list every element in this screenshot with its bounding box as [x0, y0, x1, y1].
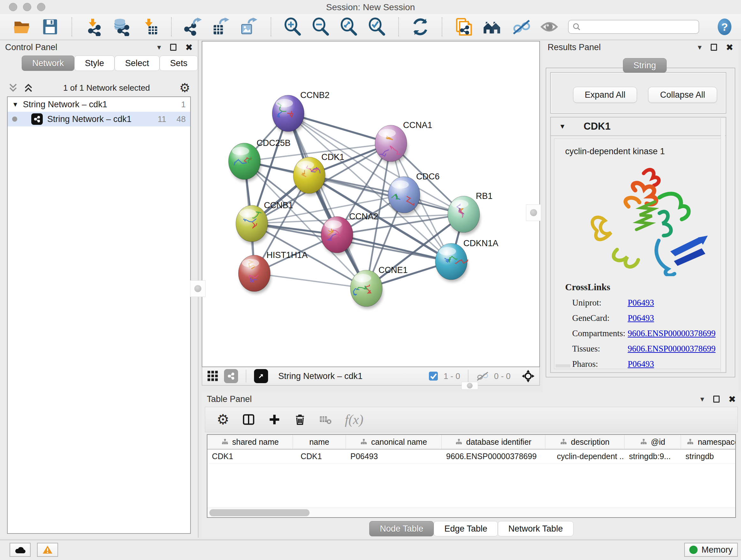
table-cell[interactable]: 9606.ENSP00000378699 [442, 449, 545, 463]
collapse-all-chevrons-icon[interactable] [23, 82, 34, 93]
table-cell[interactable]: stringdb:9... [624, 449, 681, 463]
panel-menu-icon[interactable]: ▾ [157, 43, 161, 52]
network-edge[interactable] [254, 273, 366, 288]
panel-menu-icon[interactable]: ▾ [697, 43, 701, 52]
tab-edge-table[interactable]: Edge Table [434, 521, 498, 537]
table-cell[interactable]: CDK1 [207, 449, 293, 463]
string-document-icon[interactable] [455, 17, 473, 37]
network-node-CCNA1[interactable]: CCNA1 [375, 120, 432, 164]
table-cell[interactable]: CDK1 [293, 449, 346, 463]
tree-caret-icon[interactable]: ▼ [12, 101, 18, 108]
splitter-handle-left[interactable] [190, 280, 205, 297]
table-hscroll-track[interactable] [207, 508, 735, 517]
refresh-layout-icon[interactable] [411, 17, 429, 37]
search-box[interactable] [568, 20, 699, 34]
table-cell[interactable]: cyclin-dependent ... [545, 449, 624, 463]
tab-select[interactable]: Select [115, 56, 159, 71]
open-in-new-window-icon[interactable] [254, 369, 268, 383]
table-cell[interactable]: P06493 [346, 449, 442, 463]
help-icon[interactable]: ? [718, 18, 731, 35]
column-header[interactable]: namespace [681, 435, 736, 449]
panel-float-icon[interactable] [711, 44, 717, 51]
network-graph[interactable]: CCNB2CCNA1CDC25BCDK1CDC6RB1CCNB1CCNA2CDK… [202, 42, 539, 367]
tab-string[interactable]: String [623, 58, 667, 73]
crosslink-link[interactable]: 9606.ENSP00000378699 [628, 344, 716, 354]
network-row[interactable]: String Network – cdk1 11 48 [8, 112, 190, 126]
network-canvas[interactable]: CCNB2CCNA1CDC25BCDK1CDC6RB1CCNB1CCNA2CDK… [202, 41, 540, 367]
hidden-eye-icon[interactable] [476, 371, 489, 381]
column-header[interactable]: canonical name [346, 435, 442, 449]
cloud-status-button[interactable] [10, 543, 30, 557]
expand-all-button[interactable]: Expand All [573, 87, 637, 103]
birdseye-view-icon[interactable] [207, 370, 219, 382]
table-hscroll-thumb[interactable] [209, 509, 310, 516]
open-file-icon[interactable] [13, 17, 31, 37]
crosslink-link[interactable]: 9606.ENSP00000378699 [628, 328, 716, 338]
results-vscroll-track[interactable] [721, 118, 725, 372]
export-network-icon[interactable] [184, 17, 202, 37]
network-node-CDC6[interactable]: CDC6 [388, 172, 440, 215]
tab-sets[interactable]: Sets [159, 56, 198, 71]
network-edge[interactable] [288, 113, 366, 288]
tab-network[interactable]: Network [22, 56, 74, 71]
column-header[interactable]: database identifier [442, 435, 545, 449]
expand-all-chevrons-icon[interactable] [8, 82, 18, 93]
column-header[interactable]: @id [624, 435, 681, 449]
panel-close-icon[interactable]: ✖ [185, 42, 193, 53]
tab-style[interactable]: Style [74, 56, 115, 71]
import-network-database-icon[interactable] [112, 17, 131, 37]
network-node-RB1[interactable]: RB1 [448, 191, 493, 235]
delete-column-trash-icon[interactable] [293, 413, 307, 426]
panel-close-icon[interactable]: ✖ [729, 394, 736, 405]
save-session-icon[interactable] [41, 17, 59, 37]
network-node-CDKN1A[interactable]: CDKN1A [435, 239, 498, 282]
show-columns-icon[interactable] [242, 413, 255, 426]
zoom-selected-icon[interactable] [367, 17, 386, 37]
table-row[interactable]: CDK1 CDK1 P06493 9606.ENSP00000378699 cy… [207, 449, 735, 463]
network-collection-row[interactable]: ▼ String Network – cdk1 1 [8, 97, 190, 112]
network-node-HIST1H1A[interactable]: HIST1H1A [239, 250, 308, 294]
export-table-icon[interactable] [212, 17, 230, 37]
tab-network-table[interactable]: Network Table [498, 521, 574, 537]
zoom-in-icon[interactable] [283, 17, 302, 37]
enhanced-graphics-icon[interactable] [512, 17, 530, 37]
table-settings-gear-icon[interactable]: ⚙ [217, 413, 229, 427]
homes-icon[interactable] [482, 17, 502, 37]
splitter-handle-bottom[interactable] [461, 382, 478, 389]
import-table-file-icon[interactable] [140, 17, 159, 37]
tab-node-table[interactable]: Node Table [369, 521, 434, 537]
collapse-all-button[interactable]: Collapse All [648, 87, 717, 103]
results-hscroll-thumb[interactable] [556, 364, 570, 368]
search-input[interactable] [583, 22, 695, 31]
network-type-badge-icon[interactable] [224, 369, 238, 383]
function-builder-icon[interactable]: f(x) [345, 412, 363, 427]
export-image-icon[interactable] [240, 17, 259, 37]
crosslink-link[interactable]: P06493 [628, 313, 654, 323]
network-node-CCNB2[interactable]: CCNB2 [272, 90, 330, 134]
column-header[interactable]: description [545, 435, 624, 449]
create-column-plus-icon[interactable] [268, 413, 281, 426]
panel-menu-icon[interactable]: ▾ [700, 395, 704, 403]
crosslink-link[interactable]: P06493 [628, 298, 654, 308]
table-cell[interactable]: stringdb [681, 449, 736, 463]
network-options-gear-icon[interactable]: ⚙ [179, 82, 190, 94]
column-header[interactable]: name [293, 435, 346, 449]
warning-status-button[interactable] [37, 543, 58, 557]
selected-checkbox-icon[interactable] [428, 371, 439, 381]
eye-icon[interactable] [540, 17, 558, 37]
panel-float-icon[interactable] [170, 44, 177, 51]
crosslink-link[interactable]: P06493 [628, 359, 654, 369]
birdseye-toggle-crosshair-icon[interactable] [522, 369, 535, 383]
zoom-fit-icon[interactable] [340, 17, 358, 37]
panel-close-icon[interactable]: ✖ [726, 42, 733, 53]
entry-caret-icon[interactable]: ▼ [559, 123, 566, 130]
column-header[interactable]: shared name [207, 435, 293, 449]
zoom-out-icon[interactable] [312, 17, 330, 37]
panel-float-icon[interactable] [713, 395, 720, 402]
splitter-handle-right[interactable] [526, 204, 541, 221]
import-network-file-icon[interactable] [84, 17, 103, 37]
memory-button[interactable]: Memory [684, 543, 738, 557]
network-node-CDC25B[interactable]: CDC25B [228, 138, 291, 182]
network-edge[interactable] [337, 235, 451, 261]
delete-table-icon[interactable] [319, 414, 332, 425]
